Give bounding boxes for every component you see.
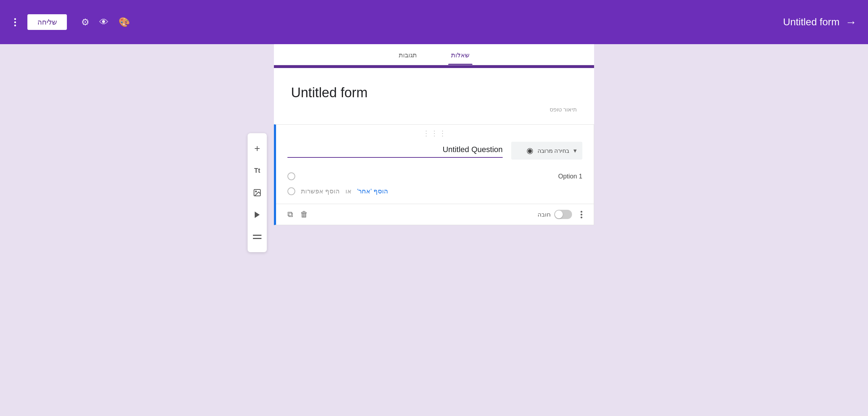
or-text: או	[345, 187, 351, 195]
add-text-button[interactable]: Tt	[248, 161, 267, 180]
question-top-row: ▾ בחירה מרובה ◉	[276, 142, 594, 168]
form-title-header: Untitled form	[783, 16, 840, 28]
content-area: תגובות שאלות Untitled form תיאור טופס + …	[0, 44, 868, 416]
preview-icon[interactable]: 👁	[99, 17, 108, 28]
main-panel: תגובות שאלות Untitled form תיאור טופס + …	[274, 44, 594, 402]
form-card: Untitled form תיאור טופס	[274, 65, 594, 124]
add-option-radio	[287, 187, 295, 195]
question-title-input[interactable]	[287, 144, 503, 158]
copy-button[interactable]: ⧉	[287, 210, 293, 219]
add-image-button[interactable]	[248, 183, 267, 202]
sidebar-tools: + Tt	[248, 133, 267, 252]
tab-questions[interactable]: שאלות	[448, 44, 472, 65]
options-area: Option 1 הוסף 'אחר' או הוסף אפשרות	[276, 168, 594, 204]
settings-icon[interactable]: ⚙	[81, 17, 89, 28]
delete-button[interactable]: 🗑	[300, 210, 308, 219]
radio-type-icon: ◉	[526, 146, 533, 155]
add-other-link[interactable]: הוסף 'אחר'	[357, 187, 388, 195]
footer-icons: 🗑 ⧉	[287, 210, 308, 219]
option-row: Option 1	[287, 168, 582, 184]
required-label: חובה	[538, 211, 551, 218]
svg-marker-2	[255, 212, 260, 218]
more-options-button[interactable]	[581, 211, 582, 218]
toolbar-icons: ⚙ 👁 🎨	[81, 17, 130, 28]
send-button[interactable]: שליחה	[27, 14, 67, 30]
required-toggle-wrapper: חובה	[538, 210, 572, 219]
add-options-row: הוסף 'אחר' או הוסף אפשרות	[287, 184, 582, 198]
required-toggle[interactable]	[554, 210, 572, 219]
add-section-button[interactable]	[248, 227, 267, 246]
drag-handle[interactable]: ⋮⋮⋮	[276, 125, 594, 142]
toolbar: שליחה ⚙ 👁 🎨 Untitled form →	[0, 0, 868, 44]
palette-icon[interactable]: 🎨	[118, 17, 130, 28]
option-1-label[interactable]: Option 1	[301, 173, 582, 180]
add-option-text[interactable]: הוסף אפשרות	[301, 187, 340, 195]
question-input-wrapper	[287, 144, 503, 158]
form-main-title[interactable]: Untitled form	[291, 85, 577, 100]
toolbar-left: שליחה ⚙ 👁 🎨	[11, 14, 130, 30]
select-arrow-icon: ▾	[573, 147, 577, 155]
add-video-button[interactable]	[248, 205, 267, 224]
toggle-thumb	[555, 210, 563, 218]
tab-responses[interactable]: תגובות	[396, 44, 420, 65]
option-1-radio	[287, 172, 295, 180]
question-type-label: בחירה מרובה	[538, 147, 569, 154]
svg-rect-4	[253, 238, 261, 239]
toolbar-right: Untitled form →	[783, 16, 857, 29]
add-element-button[interactable]: +	[248, 139, 267, 158]
question-footer: חובה 🗑 ⧉	[276, 204, 594, 225]
svg-rect-3	[253, 235, 261, 236]
svg-point-1	[255, 191, 256, 192]
tabs-bar: תגובות שאלות	[274, 44, 594, 65]
arrow-icon: →	[845, 16, 857, 29]
menu-icon[interactable]	[11, 15, 19, 29]
form-description[interactable]: תיאור טופס	[291, 106, 577, 113]
question-card: + Tt	[274, 124, 594, 225]
question-type-select[interactable]: ▾ בחירה מרובה ◉	[511, 142, 582, 160]
